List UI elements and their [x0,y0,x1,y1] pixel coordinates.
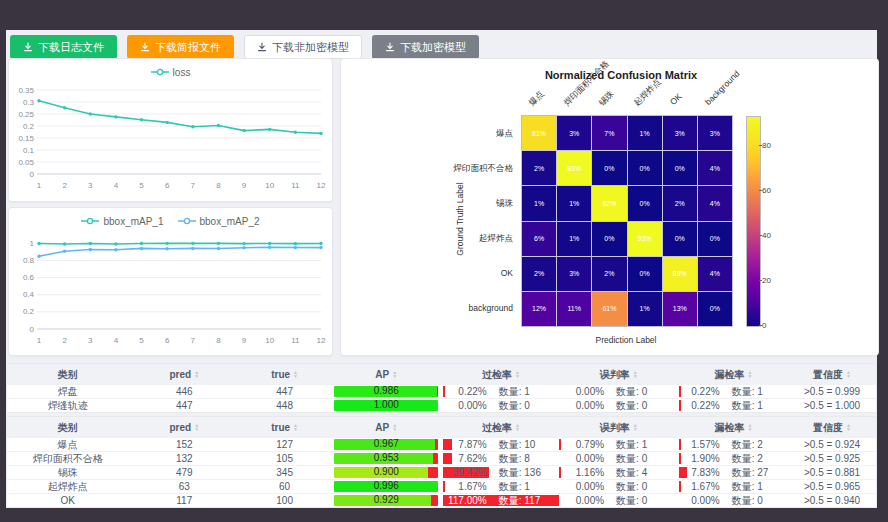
header-cell-AP[interactable]: AP▲▼ [329,364,443,384]
header-label: 置信度 [813,368,843,381]
sort-icon[interactable]: ▲▼ [633,423,638,431]
header-cell-置信度[interactable]: 置信度▲▼ [788,364,876,384]
rate-percent: 7.62% [443,452,487,465]
rate-text: 0.00%数量: 0 [559,480,679,493]
sort-icon[interactable]: ▲▼ [515,370,520,378]
table-row: 焊盘4464470.9860.22%数量: 10.00%数量: 00.22%数量… [7,384,876,398]
header-cell-pred[interactable]: pred▲▼ [129,417,240,437]
rate-count: 数量: 0 [604,385,679,398]
sort-icon[interactable]: ▲▼ [846,370,851,378]
cell-pred: 63 [129,480,240,493]
sort-icon[interactable]: ▲▼ [515,423,520,431]
svg-text:0.4: 0.4 [23,290,35,299]
cell-ap: 0.967 [329,438,443,451]
table-row: 起焊炸点63600.9961.67%数量: 10.00%数量: 01.67%数量… [7,479,876,493]
sort-icon[interactable]: ▲▼ [293,423,298,431]
download-button-4[interactable]: 下载加密模型 [372,35,479,59]
svg-text:1: 1 [37,336,42,345]
cell-overdetect-rate: 0.00%数量: 0 [443,399,559,412]
dashboard-content: 下载日志文件下载简报文件下载非加密模型下载加密模型 loss00.050.10.… [6,30,877,505]
cell-ap: 0.986 [329,385,443,398]
cell-true: 345 [240,466,330,479]
cell-miss-rate: 1.57%数量: 2 [679,438,788,451]
rate-count: 数量: 4 [604,466,679,479]
cell-confidence: >0.5 = 0.881 [788,466,876,479]
legend-marker-icon [151,68,169,76]
rate-percent: 0.00% [559,452,604,465]
download-button-2[interactable]: 下载简报文件 [127,35,234,59]
svg-text:7: 7 [191,336,196,345]
rate-count: 数量: 1 [720,480,789,493]
header-cell-误判率[interactable]: 误判率▲▼ [559,364,679,384]
colorbar-tick-label: 40 [762,231,771,240]
header-cell-true[interactable]: true▲▼ [240,417,330,437]
header-cell-置信度[interactable]: 置信度▲▼ [788,417,876,437]
matrix-cell-3-0: 6% [522,222,556,256]
svg-text:11: 11 [291,336,300,345]
ap-value: 0.900 [329,466,443,479]
sort-icon[interactable]: ▲▼ [633,370,638,378]
cell-miss-rate: 0.22%数量: 1 [679,385,788,398]
sort-icon[interactable]: ▲▼ [392,370,397,378]
rate-percent: 0.00% [679,494,720,507]
sort-icon[interactable]: ▲▼ [747,423,752,431]
header-cell-过检率[interactable]: 过检率▲▼ [443,364,559,384]
sort-icon[interactable]: ▲▼ [194,423,199,431]
cell-ap: 0.929 [329,494,443,507]
button-label: 下载非加密模型 [272,40,349,55]
matrix-col-label: 爆点 [527,88,548,109]
matrix-cell-1-5: 4% [698,151,732,185]
header-cell-AP[interactable]: AP▲▼ [329,417,443,437]
download-button-3[interactable]: 下载非加密模型 [244,35,362,59]
matrix-cell-3-1: 1% [557,222,591,256]
matrix-cell-0-2: 7% [592,116,626,150]
header-cell-true[interactable]: true▲▼ [240,364,330,384]
sort-icon[interactable]: ▲▼ [747,370,752,378]
header-cell-漏检率[interactable]: 漏检率▲▼ [679,417,788,437]
table-header-row: 类别pred▲▼true▲▼AP▲▼过检率▲▼误判率▲▼漏检率▲▼置信度▲▼ [7,417,876,437]
legend-item-bbox_mAP_1[interactable]: bbox_mAP_1 [81,216,163,227]
download-button-1[interactable]: 下载日志文件 [10,35,117,59]
svg-text:6: 6 [165,336,170,345]
sort-icon[interactable]: ▲▼ [293,370,298,378]
legend-item-bbox_mAP_2[interactable]: bbox_mAP_2 [178,216,260,227]
rate-text: 0.00%数量: 0 [559,399,679,412]
rate-text: 7.62%数量: 8 [443,452,559,465]
matrix-cell-1-2: 0% [592,151,626,185]
cell-confidence: >0.5 = 0.965 [788,480,876,493]
colorbar-tick-label: 80 [762,141,771,150]
cell-ap: 0.900 [329,466,443,479]
matrix-cell-3-5: 0% [698,222,732,256]
header-label: 漏检率 [714,368,744,381]
sort-icon[interactable]: ▲▼ [392,423,397,431]
sort-icon[interactable]: ▲▼ [846,423,851,431]
matrix-cell-0-0: 81% [522,116,556,150]
rate-count: 数量: 10 [487,438,559,451]
header-cell-过检率[interactable]: 过检率▲▼ [443,417,559,437]
table-row: 焊印面积不合格1321050.9537.62%数量: 80.00%数量: 01.… [7,451,876,465]
header-cell-pred[interactable]: pred▲▼ [129,364,240,384]
svg-text:8: 8 [216,336,221,345]
matrix-row-label: OK [341,268,513,278]
header-cell-误判率[interactable]: 误判率▲▼ [559,417,679,437]
table-header-row: 类别pred▲▼true▲▼AP▲▼过检率▲▼误判率▲▼漏检率▲▼置信度▲▼ [7,364,876,384]
ap-value: 0.967 [329,438,443,451]
confusion-matrix-title: Normalized Confusion Matrix [401,69,841,81]
rate-text: 1.67%数量: 1 [679,480,788,493]
cell-confidence: >0.5 = 0.999 [788,385,876,398]
rate-count: 数量: 2 [720,438,789,451]
cell-misjudge-rate: 1.16%数量: 4 [559,466,679,479]
sort-icon[interactable]: ▲▼ [194,370,199,378]
svg-text:0.3: 0.3 [23,98,35,107]
svg-text:3: 3 [88,336,93,345]
cell-miss-rate: 1.67%数量: 1 [679,480,788,493]
download-icon [23,42,33,52]
rate-text: 0.79%数量: 1 [559,438,679,451]
matrix-xlabel: Prediction Label [521,335,731,345]
legend-item-loss[interactable]: loss [151,67,191,78]
button-label: 下载日志文件 [38,40,104,55]
svg-text:7: 7 [191,181,196,190]
svg-text:4: 4 [114,336,119,345]
cell-ap: 0.996 [329,480,443,493]
header-cell-漏检率[interactable]: 漏检率▲▼ [679,364,788,384]
